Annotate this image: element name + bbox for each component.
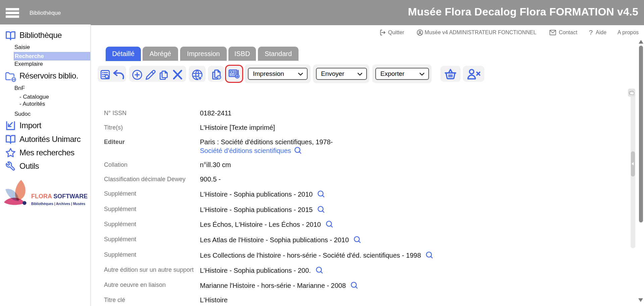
svg-text:Bibliothèques | Archives | Mus: Bibliothèques | Archives | Musées: [31, 202, 86, 206]
svg-text:FLORA SOFTWARE: FLORA SOFTWARE: [31, 193, 88, 200]
